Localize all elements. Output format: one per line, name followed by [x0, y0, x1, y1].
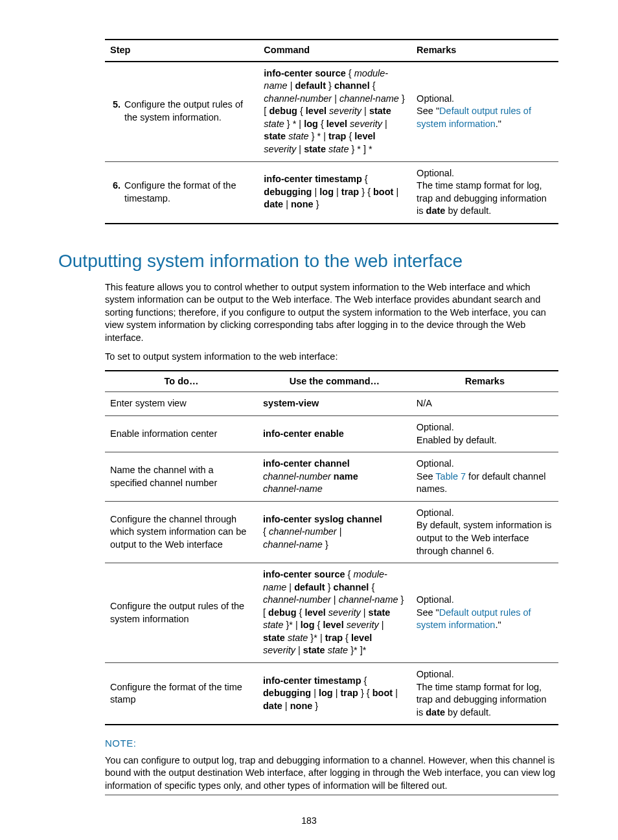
- intro-paragraph: This feature allows you to control wheth…: [105, 281, 558, 345]
- command-cell: info-center source { module-name | defau…: [258, 563, 411, 663]
- command-cell: info-center timestamp { debugging | log …: [258, 161, 411, 224]
- remarks-optional: Optional.: [417, 167, 553, 180]
- todo-cell: Enter system view: [105, 392, 258, 416]
- th-todo: To do…: [105, 371, 258, 392]
- command-cell: info-center syslog channel { channel-num…: [258, 501, 411, 563]
- th-command: Command: [258, 40, 411, 62]
- table-row: Configure the output rules of the system…: [105, 563, 558, 663]
- table-row: Name the channel with a specified channe…: [105, 452, 558, 502]
- remarks-cell: Optional. See "Default output rules of s…: [411, 563, 558, 663]
- table-header-row: To do… Use the command… Remarks: [105, 371, 558, 392]
- remarks-cell: Optional. The time stamp format for log,…: [411, 161, 558, 224]
- command-cell: info-center timestamp { debugging | log …: [258, 663, 411, 725]
- th-use-command: Use the command…: [258, 371, 411, 392]
- table-row: Enable information center info-center en…: [105, 416, 558, 452]
- remarks-cell: N/A: [411, 392, 558, 416]
- step-text: Configure the output rules of the system…: [124, 99, 243, 122]
- remarks-line: The time stamp format for log, trap and …: [417, 180, 553, 218]
- todo-cell: Configure the format of the time stamp: [105, 663, 258, 725]
- th-step: Step: [105, 40, 258, 62]
- th-remarks: Remarks: [411, 40, 558, 62]
- remarks-cell: Optional. See "Default output rules of s…: [411, 62, 558, 161]
- remarks-line: See "Default output rules of system info…: [417, 105, 553, 130]
- remarks-cell: Optional. By default, system information…: [411, 501, 558, 563]
- todo-cell: Name the channel with a specified channe…: [105, 452, 258, 502]
- step-cell: 5.Configure the output rules of the syst…: [105, 62, 258, 161]
- command-cell: info-center channel channel-number name …: [258, 452, 411, 502]
- table-header-row: Step Command Remarks: [105, 40, 558, 62]
- table-row: Enter system view system-view N/A: [105, 392, 558, 416]
- note-body: You can configure to output log, trap an…: [105, 754, 558, 796]
- step-number: 6.: [109, 180, 120, 192]
- table-row: Configure the channel through which syst…: [105, 501, 558, 563]
- remarks-optional: Optional.: [417, 93, 553, 106]
- step-cell: 6.Configure the format of the timestamp.: [105, 161, 258, 224]
- config-steps-table: Step Command Remarks 5.Configure the out…: [105, 39, 558, 224]
- command-cell: system-view: [258, 392, 411, 416]
- link-table-7[interactable]: Table 7: [435, 471, 466, 482]
- table-row: 5.Configure the output rules of the syst…: [105, 62, 558, 161]
- command-cell: info-center source { module-name | defau…: [258, 62, 411, 161]
- todo-cell: Configure the channel through which syst…: [105, 501, 258, 563]
- step-number: 5.: [109, 99, 120, 111]
- step-text: Configure the format of the timestamp.: [124, 180, 236, 204]
- th-remarks: Remarks: [411, 371, 558, 392]
- section-heading: Outputting system information to the web…: [58, 249, 560, 274]
- note-label: NOTE:: [105, 737, 560, 750]
- todo-cell: Configure the output rules of the system…: [105, 563, 258, 663]
- command-cell: info-center enable: [258, 416, 411, 452]
- remarks-cell: Optional. The time stamp format for log,…: [411, 663, 558, 725]
- todo-cell: Enable information center: [105, 416, 258, 452]
- lead-in-paragraph: To set to output system information to t…: [105, 351, 558, 364]
- web-output-table: To do… Use the command… Remarks Enter sy…: [105, 370, 558, 725]
- page-content: Step Command Remarks 5.Configure the out…: [58, 39, 560, 827]
- table-row: Configure the format of the time stamp i…: [105, 663, 558, 725]
- remarks-cell: Optional. Enabled by default.: [411, 416, 558, 452]
- remarks-cell: Optional. See Table 7 for default channe…: [411, 452, 558, 502]
- page-number: 183: [58, 815, 560, 827]
- table-row: 6.Configure the format of the timestamp.…: [105, 161, 558, 224]
